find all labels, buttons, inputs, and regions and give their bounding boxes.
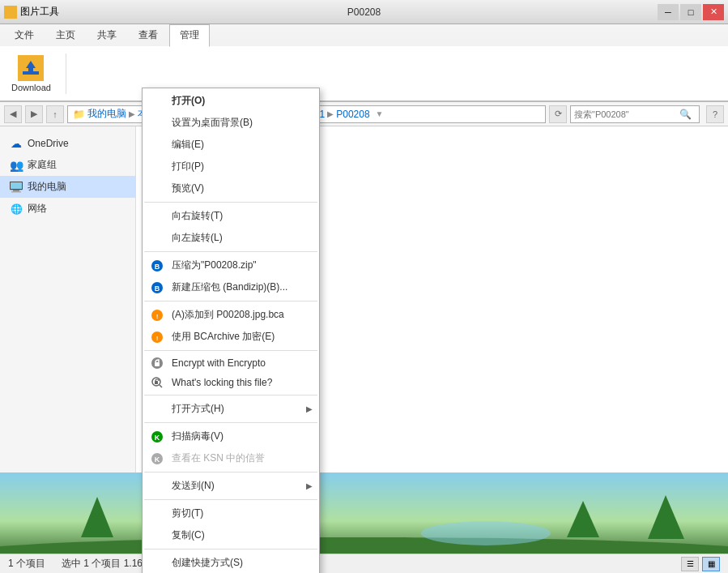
sep-after-kaspersky: [144, 472, 317, 473]
menu-item-cut[interactable]: 剪切(T): [143, 502, 319, 524]
menu-item-rotate-left[interactable]: 向左旋转(L): [143, 227, 319, 249]
menu-scan-label: 扫描病毒(V): [172, 430, 224, 443]
svg-text:!: !: [156, 335, 159, 342]
sep-after-open-with: [144, 422, 317, 423]
sep-after-rotate: [144, 251, 317, 252]
svg-text:K: K: [155, 434, 160, 442]
wallpaper-icon: [149, 117, 165, 130]
menu-compress-label: 压缩为"P00208.zip": [172, 259, 257, 272]
menu-item-whats-locking[interactable]: What's locking this file?: [143, 373, 319, 392]
menu-item-encrypt-bca[interactable]: ! 使用 BCArchive 加密(E): [143, 326, 319, 348]
encrypto-icon: [149, 357, 165, 370]
menu-ksn-label: 查看在 KSN 中的信誉: [172, 451, 265, 465]
context-menu-overlay: 打开(O) 设置为桌面背景(B) 编辑(E) 打印(P) 预览(V) 向右旋转(…: [0, 0, 728, 573]
menu-item-check-ksn: K 查看在 KSN 中的信誉: [143, 447, 319, 469]
menu-item-preview[interactable]: 预览(V): [143, 177, 319, 199]
open-with-arrow: ▶: [306, 404, 313, 413]
svg-rect-30: [155, 381, 158, 384]
bcarchive-icon: !: [149, 309, 165, 322]
menu-item-send-to[interactable]: 发送到(N) ▶: [143, 475, 319, 497]
menu-item-create-shortcut[interactable]: 创建快捷方式(S): [143, 552, 319, 573]
svg-rect-27: [155, 362, 160, 366]
bandizip-icon: B: [149, 259, 165, 272]
preview-icon: [149, 182, 165, 195]
svg-text:B: B: [155, 284, 160, 293]
copy-icon: [149, 529, 165, 542]
menu-item-open[interactable]: 打开(O): [143, 90, 319, 112]
menu-whats-locking-label: What's locking this file?: [172, 377, 272, 388]
menu-item-rotate-right[interactable]: 向右旋转(T): [143, 205, 319, 227]
menu-print-label: 打印(P): [172, 160, 204, 173]
sep-after-preview: [144, 202, 317, 203]
menu-shortcut-label: 创建快捷方式(S): [172, 556, 243, 570]
rotate-left-icon: [149, 232, 165, 245]
bcarchive2-icon: !: [149, 331, 165, 344]
bandizip2-icon: B: [149, 281, 165, 294]
sep-after-bandizip: [144, 301, 317, 301]
svg-text:B: B: [155, 263, 160, 271]
menu-cut-label: 剪切(T): [172, 507, 203, 520]
lock-search-icon: [149, 376, 165, 389]
menu-wallpaper-label: 设置为桌面背景(B): [172, 116, 253, 130]
sep-after-lock: [144, 395, 317, 396]
menu-copy-label: 复制(C): [172, 528, 205, 542]
kaspersky-gray-icon: K: [149, 452, 165, 465]
menu-encrypt-bca-label: 使用 BCArchive 加密(E): [172, 330, 275, 344]
menu-item-add-bca[interactable]: ! (A)添加到 P00208.jpg.bca: [143, 304, 319, 326]
menu-send-to-label: 发送到(N): [172, 479, 215, 493]
menu-item-set-wallpaper[interactable]: 设置为桌面背景(B): [143, 112, 319, 134]
menu-open-label: 打开(O): [172, 94, 205, 108]
sep-after-copy: [144, 549, 317, 549]
rotate-right-icon: [149, 210, 165, 223]
svg-text:!: !: [156, 313, 159, 320]
menu-item-encrypto[interactable]: Encrypt with Encrypto: [143, 353, 319, 373]
menu-new-archive-label: 新建压缩包 (Bandizip)(B)...: [172, 280, 287, 294]
open-icon: [149, 95, 165, 108]
svg-text:K: K: [155, 455, 160, 464]
open-with-icon: [149, 403, 165, 416]
menu-item-compress-zip[interactable]: B 压缩为"P00208.zip": [143, 254, 319, 276]
edit-icon: [149, 139, 165, 152]
print-icon: [149, 160, 165, 173]
shortcut-icon: [149, 557, 165, 570]
menu-rotate-right-label: 向右旋转(T): [172, 209, 223, 223]
menu-encrypto-label: Encrypt with Encrypto: [172, 357, 266, 369]
sep-after-bca: [144, 350, 317, 351]
menu-open-with-label: 打开方式(H): [172, 402, 224, 416]
send-to-icon: [149, 480, 165, 493]
svg-line-29: [160, 385, 162, 387]
cut-icon: [149, 507, 165, 520]
menu-rotate-left-label: 向左旋转(L): [172, 231, 223, 245]
menu-item-open-with[interactable]: 打开方式(H) ▶: [143, 398, 319, 420]
send-to-arrow: ▶: [306, 481, 313, 490]
menu-item-new-archive[interactable]: B 新建压缩包 (Bandizip)(B)...: [143, 276, 319, 298]
menu-add-bca-label: (A)添加到 P00208.jpg.bca: [172, 308, 284, 322]
menu-edit-label: 编辑(E): [172, 138, 204, 152]
kaspersky-icon: K: [149, 430, 165, 443]
sep-after-send-to: [144, 499, 317, 500]
context-menu: 打开(O) 设置为桌面背景(B) 编辑(E) 打印(P) 预览(V) 向右旋转(…: [142, 88, 320, 573]
menu-item-edit[interactable]: 编辑(E): [143, 134, 319, 156]
menu-item-print[interactable]: 打印(P): [143, 156, 319, 177]
menu-item-scan-virus[interactable]: K 扫描病毒(V): [143, 425, 319, 447]
menu-preview-label: 预览(V): [172, 182, 204, 195]
menu-item-copy[interactable]: 复制(C): [143, 524, 319, 546]
